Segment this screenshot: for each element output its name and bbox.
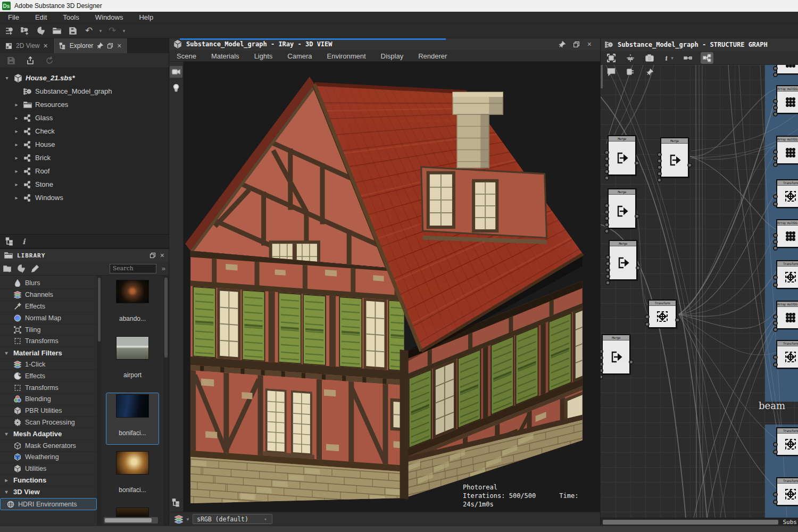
info-button[interactable]: ▾ bbox=[662, 52, 675, 64]
library-item-effects-2[interactable]: Effects bbox=[0, 370, 97, 382]
node-input-pin[interactable] bbox=[601, 349, 603, 354]
node-input-pin[interactable] bbox=[604, 163, 609, 168]
node-input-pin[interactable] bbox=[657, 178, 662, 182]
tree-item-resources[interactable]: ▸ Resources bbox=[0, 98, 169, 111]
node-input-pin[interactable] bbox=[773, 275, 778, 280]
collapse-chevron-icon[interactable]: ▾ bbox=[3, 75, 11, 81]
menu-windows[interactable]: Windows bbox=[87, 13, 131, 21]
expand-chevron-icon[interactable]: ▸ bbox=[13, 168, 20, 174]
node-input-pin[interactable] bbox=[773, 321, 778, 326]
graph-node-merge[interactable]: Merge bbox=[608, 188, 636, 229]
tree-item-stone[interactable]: ▸ Stone bbox=[0, 178, 169, 191]
library-group-material-filters[interactable]: ▾Material Filters bbox=[0, 347, 97, 359]
light-mode-button[interactable] bbox=[170, 82, 182, 94]
menu-display[interactable]: Display bbox=[373, 52, 411, 60]
collapse-chevron-icon[interactable]: ▾ bbox=[3, 350, 10, 356]
node-output-pin[interactable] bbox=[675, 318, 680, 322]
new-mdl-graph-button[interactable] bbox=[18, 24, 32, 37]
node-input-pin[interactable] bbox=[657, 159, 662, 163]
graph-node-transform[interactable]: Transform bbox=[776, 260, 798, 289]
redo-history-chevron-icon[interactable]: ▾ bbox=[121, 28, 127, 34]
node-input-pin[interactable] bbox=[605, 255, 610, 260]
thumbnail-hscrollbar[interactable] bbox=[104, 517, 158, 523]
library-item-hdri-environments[interactable]: HDRI Environments bbox=[0, 498, 97, 510]
tree-item-house[interactable]: ▸ House bbox=[0, 138, 169, 151]
float-icon[interactable] bbox=[107, 43, 113, 49]
library-item-transforms[interactable]: Transforms bbox=[0, 336, 97, 347]
node-input-pin[interactable] bbox=[645, 322, 650, 327]
expand-chevron-icon[interactable]: ▸ bbox=[13, 142, 20, 147]
library-item-blending[interactable]: Blending bbox=[0, 394, 97, 405]
graph-node-array[interactable]: Array multDirect bbox=[776, 219, 798, 248]
library-item-1-click[interactable]: 1-Click bbox=[0, 359, 97, 371]
expand-chevron-icon[interactable]: ▸ bbox=[13, 181, 20, 187]
export-button[interactable] bbox=[23, 54, 37, 67]
node-input-pin[interactable] bbox=[605, 274, 610, 279]
undo-history-chevron-icon[interactable]: ▾ bbox=[98, 28, 103, 34]
graph-node-transform[interactable]: Transform bbox=[648, 300, 677, 328]
thumbnail-abandoned[interactable]: abando... bbox=[106, 280, 159, 330]
node-input-pin[interactable] bbox=[773, 66, 778, 71]
node-input-pin[interactable] bbox=[604, 229, 609, 234]
tree-item-package[interactable]: ▾ House_21.sbs* bbox=[0, 71, 169, 85]
node-input-pin[interactable] bbox=[601, 355, 603, 360]
library-close-icon[interactable]: × bbox=[160, 252, 164, 259]
node-input-pin[interactable] bbox=[773, 202, 778, 206]
node-input-pin[interactable] bbox=[773, 246, 778, 251]
save-all-button[interactable] bbox=[66, 24, 80, 37]
comment-button[interactable] bbox=[605, 66, 618, 78]
node-input-pin[interactable] bbox=[604, 203, 609, 208]
collapse-chevron-icon[interactable]: ▾ bbox=[3, 489, 10, 495]
graph-node-transform[interactable]: Transform bbox=[776, 477, 798, 506]
node-input-pin[interactable] bbox=[601, 368, 603, 373]
new-library-folder-icon[interactable] bbox=[3, 264, 12, 273]
expand-chevron-icon[interactable]: ▸ bbox=[13, 128, 20, 134]
node-input-pin[interactable] bbox=[773, 149, 778, 154]
node-input-pin[interactable] bbox=[773, 112, 778, 117]
tab-explorer-close-icon[interactable]: × bbox=[117, 42, 121, 49]
node-input-pin[interactable] bbox=[604, 169, 609, 174]
node-input-pin[interactable] bbox=[604, 150, 609, 155]
node-input-pin[interactable] bbox=[605, 268, 610, 272]
viewport-3d-canvas[interactable]: Photoreal Iterations: 500/500Time: 24s/1… bbox=[184, 62, 600, 512]
node-input-pin[interactable] bbox=[604, 210, 609, 214]
graph-node-transform[interactable]: Transform bbox=[776, 179, 798, 208]
save-package-button[interactable] bbox=[4, 54, 18, 67]
tree-item-brick[interactable]: ▸ Brick bbox=[0, 151, 169, 164]
expand-chevron-icon[interactable]: ▸ bbox=[13, 102, 20, 107]
library-group-functions[interactable]: ▸Functions bbox=[0, 475, 97, 487]
menu-scene[interactable]: Scene bbox=[169, 52, 204, 60]
reload-button[interactable] bbox=[43, 54, 56, 67]
library-item-channels[interactable]: Channels bbox=[0, 289, 97, 301]
node-input-pin[interactable] bbox=[605, 280, 610, 285]
graph-vscrollbar[interactable] bbox=[601, 65, 603, 88]
open-file-button[interactable] bbox=[50, 24, 64, 37]
node-input-pin[interactable] bbox=[604, 222, 609, 227]
search-input[interactable] bbox=[110, 264, 156, 273]
node-input-pin[interactable] bbox=[773, 314, 778, 319]
fit-view-button[interactable] bbox=[605, 52, 618, 64]
menu-camera[interactable]: Camera bbox=[280, 52, 319, 60]
camera-mode-button[interactable] bbox=[170, 66, 182, 78]
node-input-pin[interactable] bbox=[773, 99, 778, 104]
node-input-pin[interactable] bbox=[773, 492, 778, 497]
thumbnail-bonifacio-selected[interactable]: bonifaci... bbox=[106, 393, 159, 445]
structure-graph-canvas[interactable]: beam Merge Merge Merge Merge Merge Trans… bbox=[601, 65, 798, 518]
viewport-3d-close-icon[interactable]: × bbox=[587, 40, 592, 48]
node-input-pin[interactable] bbox=[657, 152, 662, 157]
scene-tree-button[interactable] bbox=[170, 497, 182, 509]
graph-node-array[interactable]: Array multDirect bbox=[776, 136, 798, 164]
node-input-pin[interactable] bbox=[773, 233, 778, 238]
colorspace-dropdown[interactable]: sRGB (default) ▾ bbox=[193, 514, 272, 524]
graph-node-array[interactable]: Array multDirect bbox=[776, 301, 798, 329]
graph-node-transform[interactable]: Transform bbox=[776, 340, 798, 369]
tree-item-windows[interactable]: ▸ Windows bbox=[0, 191, 169, 204]
node-output-pin[interactable] bbox=[635, 214, 639, 219]
node-input-pin[interactable] bbox=[605, 261, 610, 266]
node-input-pin[interactable] bbox=[773, 500, 778, 504]
graph-node-merge[interactable]: Merge bbox=[602, 334, 630, 375]
library-item-weathering[interactable]: Weathering bbox=[0, 452, 97, 463]
graph-node-merge[interactable]: Merge bbox=[608, 135, 636, 176]
collapse-chevron-icon[interactable]: ▾ bbox=[3, 431, 10, 437]
tree-view-icon[interactable] bbox=[5, 237, 14, 246]
